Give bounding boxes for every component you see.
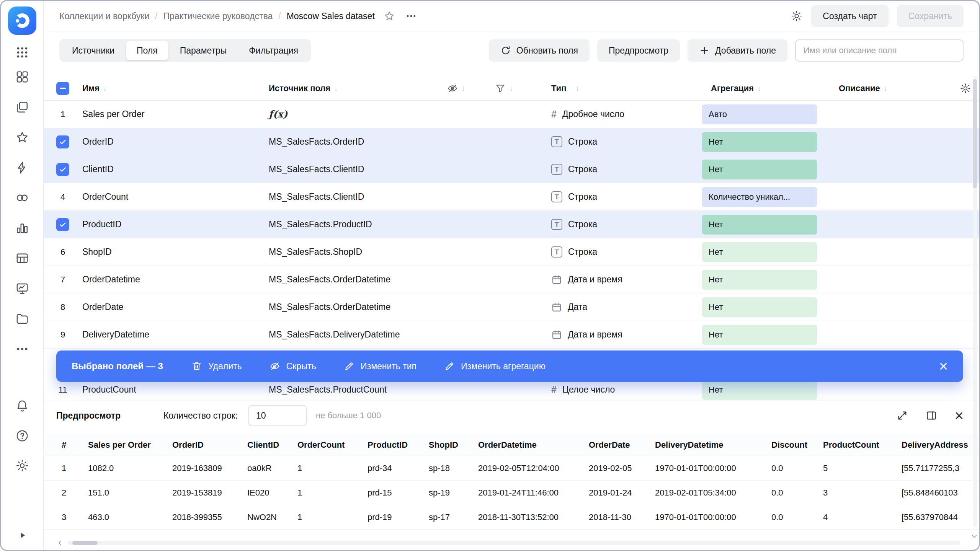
scrollbar-thumb[interactable] — [72, 541, 98, 545]
selection-action[interactable]: Изменить агрегацию — [444, 361, 546, 372]
sidebar-favorites[interactable] — [11, 127, 33, 148]
field-type[interactable]: TСтрока — [537, 164, 702, 175]
sidebar-monitoring[interactable] — [11, 278, 33, 299]
sidebar-datasets[interactable] — [11, 248, 33, 269]
expand-preview-button[interactable] — [897, 410, 908, 421]
field-row[interactable]: 9DeliveryDatetimeMS_SalesFacts.DeliveryD… — [44, 321, 979, 349]
sidebar-help[interactable] — [11, 425, 33, 447]
aggregation-select[interactable]: Нет — [702, 160, 817, 179]
row-number: 8 — [56, 302, 69, 312]
field-row[interactable]: 8OrderDateMS_SalesFacts.OrderDatetimeДат… — [44, 293, 979, 321]
sidebar-expand[interactable] — [11, 525, 33, 546]
sidebar-notifications[interactable] — [11, 395, 33, 417]
sidebar-apps[interactable] — [11, 42, 33, 63]
sidebar-charts[interactable] — [11, 217, 33, 239]
preview-column-header: ClientID — [242, 440, 292, 450]
field-type[interactable]: #Дробное число — [537, 109, 702, 120]
breadcrumb-collections[interactable]: Коллекции и воркбуки — [59, 11, 149, 21]
aggregation-select[interactable]: Нет — [702, 132, 817, 152]
tab-filtering[interactable]: Фильтрация — [238, 41, 309, 60]
refresh-icon — [500, 45, 511, 56]
more-menu-button[interactable] — [405, 10, 417, 22]
sort-arrow-icon: ↓ — [575, 84, 579, 93]
refresh-fields-button[interactable]: Обновить поля — [489, 39, 590, 62]
aggregation-select[interactable]: Нет — [702, 270, 817, 290]
selection-action[interactable]: Скрыть — [270, 361, 317, 372]
preview-cell: 2019-02-01T05:34:00 — [650, 488, 766, 498]
pencil-icon — [444, 361, 455, 372]
field-row[interactable]: 4OrderCountMS_SalesFacts.ClientIDTСтрока… — [44, 183, 979, 211]
selection-action[interactable]: Изменить тип — [344, 361, 416, 372]
field-search-input[interactable] — [796, 46, 963, 55]
add-field-button[interactable]: Добавить поле — [688, 39, 787, 62]
sidebar-dashboards[interactable] — [11, 66, 33, 88]
create-chart-button[interactable]: Создать чарт — [811, 5, 888, 27]
tab-fields[interactable]: Поля — [126, 41, 168, 60]
field-row[interactable]: ClientIDMS_SalesFacts.ClientIDTСтрокаНет — [44, 156, 979, 183]
sidebar-connections[interactable] — [11, 157, 33, 178]
column-header-description[interactable]: Описание↓ — [832, 83, 948, 93]
breadcrumb-guides[interactable]: Практические руководства — [163, 11, 273, 21]
field-type[interactable]: TСтрока — [537, 219, 702, 230]
field-row[interactable]: 7OrderDatetimeMS_SalesFacts.OrderDatetim… — [44, 266, 979, 293]
vertical-scrollbar-thumb[interactable] — [973, 79, 977, 188]
aggregation-select[interactable]: Количество уникал... — [702, 187, 817, 207]
select-all-checkbox[interactable] — [56, 82, 69, 95]
field-row[interactable]: OrderIDMS_SalesFacts.OrderIDTСтрокаНет — [44, 128, 979, 156]
sidebar-more[interactable] — [11, 338, 33, 360]
calendar-icon — [551, 302, 562, 313]
column-header-name[interactable]: Имя↓ — [82, 83, 269, 93]
selection-action[interactable]: Удалить — [191, 361, 242, 372]
save-button[interactable]: Сохранить — [897, 5, 964, 27]
sidebar-services[interactable] — [11, 187, 33, 209]
column-header-type[interactable]: Тип↓ — [537, 83, 702, 93]
column-header-aggregation[interactable]: Агрегация↓ — [702, 83, 832, 93]
column-header-hidden[interactable]: ↓ — [447, 83, 495, 94]
row-checkbox-checked[interactable] — [56, 163, 69, 176]
sidebar-settings[interactable] — [11, 455, 33, 476]
aggregation-select[interactable]: Нет — [702, 380, 817, 400]
field-type[interactable]: Дата и время — [537, 329, 702, 340]
check-icon — [59, 165, 67, 174]
vertical-scrollbar[interactable] — [973, 76, 977, 527]
field-row[interactable]: 6ShopIDMS_SalesFacts.ShopIDTСтрокаНет — [44, 238, 979, 266]
field-row[interactable]: ProductIDMS_SalesFacts.ProductIDTСтрокаН… — [44, 211, 979, 238]
scrollbar-track[interactable] — [68, 541, 960, 545]
sort-arrow-icon: ↓ — [334, 84, 338, 93]
datalens-logo[interactable] — [8, 7, 36, 35]
aggregation-select[interactable]: Авто — [702, 104, 817, 124]
field-type[interactable]: #Целое число — [537, 384, 702, 395]
sort-arrow-icon: ↓ — [884, 84, 887, 93]
field-source: MS_SalesFacts.ClientID — [269, 164, 447, 174]
table-settings-button[interactable] — [948, 83, 971, 94]
favorite-button[interactable] — [384, 10, 395, 22]
field-row[interactable]: 1Sales per Orderƒ(x)#Дробное числоАвто — [44, 101, 979, 128]
aggregation-select[interactable]: Нет — [702, 242, 817, 262]
field-type[interactable]: Дата и время — [537, 274, 702, 285]
field-type[interactable]: TСтрока — [537, 191, 702, 202]
field-type[interactable]: Дата — [537, 302, 702, 313]
tab-parameters[interactable]: Параметры — [169, 41, 238, 60]
preview-toggle-button[interactable]: Предпросмотр — [597, 39, 680, 62]
field-type[interactable]: TСтрока — [537, 136, 702, 147]
row-checkbox-checked[interactable] — [56, 218, 69, 231]
aggregation-select[interactable]: Нет — [702, 215, 817, 235]
close-preview-button[interactable]: × — [955, 408, 964, 423]
dataset-settings-button[interactable] — [791, 10, 803, 22]
fields-table: Имя↓ Источник поля↓ ↓ ↓ Тип↓ Агрегация — [44, 76, 979, 401]
row-count-input[interactable] — [248, 405, 307, 426]
scroll-left-button[interactable] — [56, 539, 64, 547]
aggregation-select[interactable]: Нет — [702, 325, 817, 345]
sidebar-workbooks[interactable] — [11, 96, 33, 118]
sidebar-storage[interactable] — [11, 308, 33, 329]
dock-preview-button[interactable] — [926, 410, 937, 421]
field-type[interactable]: TСтрока — [537, 246, 702, 258]
tab-sources[interactable]: Источники — [61, 41, 125, 60]
column-header-filter[interactable]: ↓ — [495, 83, 537, 94]
scroll-down-button[interactable] — [970, 532, 978, 540]
column-header-source[interactable]: Источник поля↓ — [269, 83, 447, 93]
close-selection-button[interactable]: × — [939, 359, 948, 374]
field-name: Sales per Order — [82, 109, 269, 119]
aggregation-select[interactable]: Нет — [702, 297, 817, 317]
row-checkbox-checked[interactable] — [56, 135, 69, 148]
